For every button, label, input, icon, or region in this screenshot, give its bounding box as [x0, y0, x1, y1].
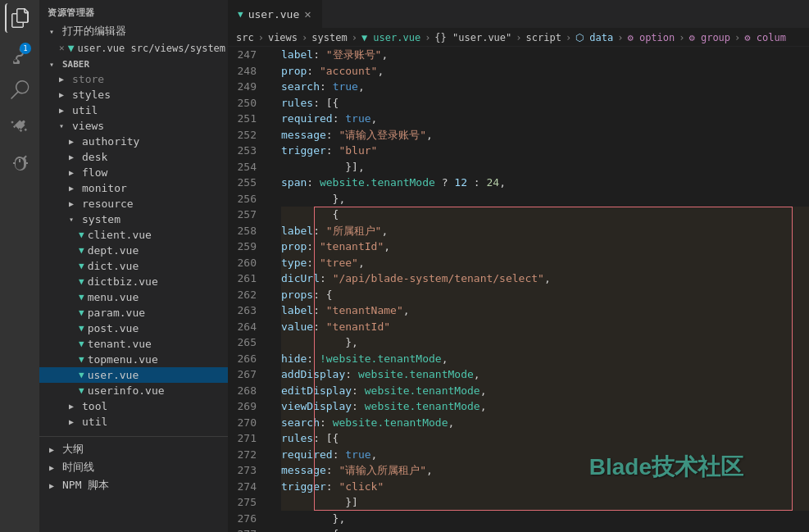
line-numbers: 2472482492502512522532542552562572582592…	[228, 47, 265, 532]
code-content[interactable]: Blade技术社区 label: "登录账号", prop: "account"…	[265, 47, 809, 532]
chevron-right-icon: ▶	[69, 199, 79, 208]
breadcrumb-src[interactable]: src	[236, 32, 254, 43]
chevron-down-icon: ▾	[49, 27, 59, 36]
folder-styles[interactable]: ▶ styles	[39, 87, 228, 102]
open-editors-section[interactable]: ▾ 打开的编辑器	[39, 22, 228, 40]
file-topmenu[interactable]: ▼ topmenu.vue	[39, 352, 228, 367]
file-post-label: post.vue	[88, 322, 139, 334]
code-line: editDisplay: website.tenantMode,	[281, 383, 809, 399]
code-line: search: website.tenantMode,	[281, 415, 809, 431]
chevron-right-icon: ▶	[59, 106, 69, 115]
close-file-icon[interactable]: ✕	[59, 43, 65, 53]
chevron-right-icon: ▶	[69, 184, 79, 193]
file-dict-label: dict.vue	[88, 260, 139, 272]
file-user[interactable]: ▼ user.vue	[39, 367, 228, 383]
code-line: value: "tenantId"	[281, 319, 809, 335]
file-post[interactable]: ▼ post.vue	[39, 321, 228, 336]
file-client-label: client.vue	[88, 229, 152, 241]
file-dictbiz[interactable]: ▼ dictbiz.vue	[39, 274, 228, 289]
chevron-right-icon: ▶	[69, 137, 79, 146]
code-line: rules: [{	[281, 430, 809, 447]
extensions-icon[interactable]	[5, 111, 34, 141]
breadcrumb-group[interactable]: ⚙ group	[689, 32, 731, 43]
file-user-label: user.vue	[88, 369, 139, 381]
folder-monitor-label: monitor	[82, 182, 127, 194]
code-line: prop: "account",	[281, 63, 809, 80]
vue-icon: ▼	[79, 261, 84, 271]
breadcrumb: src › views › system › ▼ user.vue › {} "…	[228, 29, 809, 47]
chevron-down-icon: ▾	[49, 60, 59, 69]
source-control-icon[interactable]: 1	[5, 39, 34, 69]
breadcrumb-column[interactable]: ⚙ colum	[744, 32, 786, 43]
folder-tool-label: tool	[82, 400, 107, 412]
npm-label: NPM 脚本	[62, 478, 109, 493]
folder-tool[interactable]: ▶ tool	[39, 398, 228, 414]
source-control-badge: 1	[20, 43, 31, 54]
breadcrumb-system[interactable]: system	[311, 32, 347, 43]
folder-util2[interactable]: ▶ util	[39, 414, 228, 430]
folder-desk[interactable]: ▶ desk	[39, 149, 228, 165]
folder-util-label: util	[72, 104, 98, 116]
folder-util[interactable]: ▶ util	[39, 102, 228, 118]
file-userinfo[interactable]: ▼ userinfo.vue	[39, 383, 228, 398]
tab-close-button[interactable]: ✕	[304, 7, 311, 20]
chevron-right-icon: ▶	[69, 417, 79, 426]
file-tenant-label: tenant.vue	[88, 338, 152, 350]
code-line: },	[281, 334, 809, 351]
tab-bar: ▼ user.vue ✕	[228, 0, 809, 29]
breadcrumb-views[interactable]: views	[268, 32, 298, 43]
saber-section[interactable]: ▾ SABER	[39, 57, 228, 71]
code-line: required: true,	[281, 111, 809, 127]
code-line: span: website.tenantMode ? 12 : 24,	[281, 175, 809, 191]
folder-store[interactable]: ▶ store	[39, 71, 228, 87]
breadcrumb-braces[interactable]: {} "user.vue"	[434, 32, 511, 43]
open-editors-label: 打开的编辑器	[62, 24, 126, 39]
tab-user-vue[interactable]: ▼ user.vue ✕	[228, 0, 322, 28]
code-line: rules: [{	[281, 95, 809, 111]
debug-icon[interactable]	[5, 148, 34, 177]
file-dict[interactable]: ▼ dict.vue	[39, 258, 228, 274]
timeline-section[interactable]: ▶ 时间线	[39, 458, 228, 476]
chevron-right-icon: ▶	[49, 481, 59, 490]
folder-monitor[interactable]: ▶ monitor	[39, 180, 228, 196]
chevron-right-icon: ▶	[69, 152, 79, 161]
breadcrumb-data[interactable]: ⬡ data	[575, 32, 613, 43]
code-line: message: "请输入登录账号",	[281, 127, 809, 143]
chevron-right-icon: ▶	[59, 90, 69, 99]
file-param-label: param.vue	[88, 307, 145, 319]
code-line: label: "登录账号",	[281, 47, 809, 63]
breadcrumb-file[interactable]: ▼ user.vue	[361, 32, 420, 43]
outline-section[interactable]: ▶ 大纲	[39, 440, 228, 458]
code-line: },	[281, 511, 809, 527]
file-menu[interactable]: ▼ menu.vue	[39, 289, 228, 305]
folder-authority[interactable]: ▶ authority	[39, 134, 228, 149]
folder-views[interactable]: ▾ views	[39, 118, 228, 134]
file-client[interactable]: ▼ client.vue	[39, 227, 228, 243]
open-file-item[interactable]: ✕ ▼ user.vue src/views/system	[39, 40, 228, 56]
code-line: },	[281, 191, 809, 207]
vue-icon: ▼	[79, 354, 84, 365]
folder-system[interactable]: ▾ system	[39, 211, 228, 227]
file-dept[interactable]: ▼ dept.vue	[39, 243, 228, 258]
breadcrumb-script[interactable]: script	[526, 32, 561, 43]
file-param[interactable]: ▼ param.vue	[39, 305, 228, 321]
explorer-icon[interactable]	[5, 3, 34, 33]
code-editor[interactable]: 2472482492502512522532542552562572582592…	[228, 47, 809, 532]
folder-authority-label: authority	[82, 135, 139, 148]
chevron-right-icon: ▶	[49, 445, 59, 454]
vue-icon: ▼	[79, 245, 84, 256]
code-line: search: true,	[281, 79, 809, 95]
folder-store-label: store	[72, 73, 104, 85]
npm-section[interactable]: ▶ NPM 脚本	[39, 476, 228, 494]
code-line: viewDisplay: website.tenantMode,	[281, 398, 809, 415]
file-dictbiz-label: dictbiz.vue	[88, 275, 158, 288]
code-line: trigger: "blur"	[281, 143, 809, 159]
folder-flow[interactable]: ▶ flow	[39, 165, 228, 180]
chevron-right-icon: ▶	[59, 75, 69, 84]
file-userinfo-label: userinfo.vue	[88, 384, 165, 397]
folder-resource[interactable]: ▶ resource	[39, 196, 228, 211]
file-tenant[interactable]: ▼ tenant.vue	[39, 336, 228, 352]
breadcrumb-option[interactable]: ⚙ option	[627, 32, 675, 43]
search-icon[interactable]	[5, 75, 34, 105]
code-line: label: "所属租户",	[281, 223, 809, 239]
